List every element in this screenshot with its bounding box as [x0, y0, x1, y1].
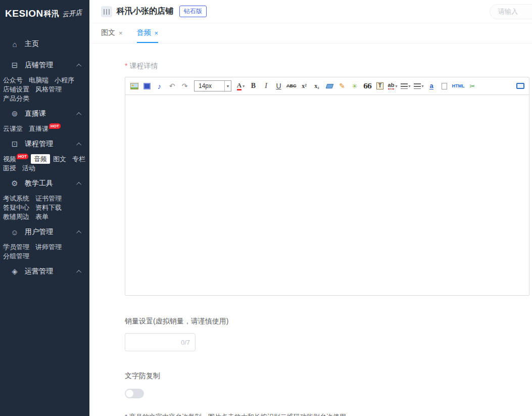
- required-mark: *: [125, 62, 127, 70]
- store-title: 科汛小张的店铺: [117, 6, 173, 17]
- sidebar-group-label: 运营管理: [25, 267, 78, 276]
- copy-protect-toggle[interactable]: [125, 389, 144, 398]
- home-icon: ⌂: [10, 40, 19, 49]
- sidebar-subitem-label: 视频: [3, 155, 16, 163]
- sidebar-subitem[interactable]: 资料下载: [32, 203, 65, 212]
- subscript-icon[interactable]: x₂: [311, 80, 323, 92]
- sidebar-group-label: 店铺管理: [25, 61, 78, 70]
- sales-input[interactable]: 0/7: [125, 333, 196, 351]
- sidebar-subitem[interactable]: 产品分类: [0, 94, 32, 103]
- teaching-tools-icon: ⚙: [10, 179, 19, 188]
- redo-icon[interactable]: ↷: [179, 80, 190, 92]
- sidebar-subitem-label: 表单: [35, 213, 49, 220]
- app-logo: KESION科汛 云开店: [0, 0, 89, 27]
- sidebar-subitem[interactable]: 教辅周边: [0, 212, 32, 221]
- course-icon: ⊡: [10, 140, 19, 149]
- course-detail-label: *课程详情: [125, 62, 532, 71]
- logo-text: KESION: [5, 8, 43, 19]
- sidebar-subitem-label: 公众号: [3, 76, 23, 84]
- shop-icon: ⊟: [10, 61, 19, 70]
- italic-icon[interactable]: I: [260, 80, 272, 92]
- sidebar-subitem-label: 资料下载: [35, 204, 62, 211]
- sidebar-group-live[interactable]: ⊚ 直播课: [0, 103, 89, 124]
- tab-close-icon[interactable]: ×: [155, 29, 159, 37]
- sidebar-subitem-label: 产品分类: [3, 95, 29, 102]
- sidebar-subitem[interactable]: 店铺设置: [0, 84, 32, 94]
- copy-protect-label: 文字防复制: [125, 372, 532, 381]
- blockquote-icon[interactable]: 66: [362, 80, 373, 92]
- superscript-icon[interactable]: x²: [299, 80, 310, 92]
- sidebar-group-users[interactable]: ☺ 用户管理: [0, 221, 89, 243]
- tab-graphic-text[interactable]: 图文×: [101, 28, 123, 43]
- sidebar-subitem[interactable]: 风格管理: [32, 84, 65, 94]
- sidebar-subitem[interactable]: 证书管理: [32, 194, 65, 203]
- sidebar-subitem[interactable]: 直播课HOT: [26, 124, 63, 133]
- sidebar-subitem[interactable]: 专栏: [69, 154, 88, 164]
- sidebar-subitem[interactable]: 活动: [19, 163, 38, 173]
- sidebar-subitem[interactable]: 小程序: [52, 75, 77, 85]
- font-color-icon[interactable]: A▾: [235, 80, 247, 92]
- bold-icon[interactable]: B: [248, 80, 259, 92]
- paste-text-icon[interactable]: T: [374, 80, 386, 92]
- sidebar-subitem[interactable]: 面授: [0, 163, 19, 173]
- insert-audio-icon[interactable]: ♪: [154, 80, 165, 92]
- sidebar-group-operations[interactable]: ◈ 运营管理: [0, 261, 89, 282]
- sidebar-group-course[interactable]: ⊡ 课程管理: [0, 133, 89, 155]
- sales-setting-label: 销量设置(虚拟销量，请谨慎使用): [125, 317, 532, 326]
- cut-icon[interactable]: ✂: [467, 80, 478, 92]
- sidebar-subitem-label: 分组管理: [3, 252, 29, 260]
- html-source-icon[interactable]: HTML: [451, 80, 466, 92]
- caret-down-icon: ▾: [422, 84, 424, 88]
- sidebar-subitem[interactable]: 云课堂: [0, 124, 26, 133]
- sidebar-subitem[interactable]: 分组管理: [0, 251, 32, 261]
- caret-down-icon: ▾: [409, 84, 411, 88]
- live-course-icon: ⊚: [10, 109, 19, 118]
- insert-video-icon[interactable]: [141, 80, 153, 92]
- font-size-value: 14px: [199, 82, 212, 89]
- emoticon-icon[interactable]: ✳: [349, 80, 361, 92]
- sidebar-subitem[interactable]: 图文: [50, 154, 69, 164]
- sidebar-subitem[interactable]: 考试系统: [0, 194, 32, 203]
- sidebar-subitem[interactable]: 表单: [32, 212, 52, 221]
- sidebar-group-shop[interactable]: ⊟ 店铺管理: [0, 55, 89, 76]
- sidebar-subitem[interactable]: 音频: [31, 154, 50, 164]
- format-brush-icon[interactable]: ✎: [336, 80, 348, 92]
- sidebar-subitem-label: 活动: [22, 164, 35, 172]
- tab-label: 音频: [137, 28, 151, 37]
- sidebar-group-label: 课程管理: [25, 140, 78, 149]
- font-size-select[interactable]: 14px ▾: [194, 80, 231, 91]
- sidebar-subitem[interactable]: 学员管理: [0, 242, 32, 252]
- sidebar-subitem-label: 电脑端: [29, 76, 49, 84]
- sidebar-subitem[interactable]: 公众号: [0, 75, 26, 85]
- sidebar-item-home[interactable]: ⌂ 主页: [0, 33, 89, 55]
- spellcheck-icon[interactable]: ab▾: [387, 80, 399, 92]
- fullscreen-icon[interactable]: [514, 80, 526, 92]
- sidebar-subitem-label: 讲师管理: [35, 243, 62, 251]
- editor-toolbar: ♪↶↷ 14px ▾ A▾BIUABCx²x₂✎✳66Tab▾▾▾aHTML✂: [125, 77, 529, 95]
- unordered-list-icon[interactable]: ▾: [413, 80, 425, 92]
- ordered-list-icon[interactable]: ▾: [400, 80, 412, 92]
- sidebar-subitem-label: 图文: [53, 155, 66, 163]
- sidebar-subitem-label: 风格管理: [35, 85, 62, 93]
- editor-body[interactable]: [125, 95, 529, 295]
- hot-badge: HOT: [17, 154, 28, 159]
- new-page-icon[interactable]: [439, 80, 450, 92]
- sidebar-subitem-label: 店铺设置: [3, 85, 29, 93]
- sidebar-subitem[interactable]: 答疑中心: [0, 203, 32, 212]
- eraser-icon[interactable]: [324, 80, 335, 92]
- anchor-icon[interactable]: a: [426, 80, 438, 92]
- undo-icon[interactable]: ↶: [166, 80, 178, 92]
- sidebar-subitem[interactable]: 电脑端: [26, 75, 52, 85]
- insert-image-icon[interactable]: [128, 80, 140, 92]
- sidebar-item-label: 主页: [25, 39, 81, 49]
- store-icon: [101, 6, 112, 17]
- strikethrough-icon[interactable]: ABC: [285, 80, 298, 92]
- tab-bar: 图文×音频×: [89, 23, 532, 43]
- underline-icon[interactable]: U: [273, 80, 284, 92]
- sidebar-group-tools[interactable]: ⚙ 教学工具: [0, 173, 89, 194]
- header-search-input[interactable]: 请输入: [490, 4, 532, 19]
- tab-close-icon[interactable]: ×: [119, 29, 123, 37]
- tab-audio[interactable]: 音频×: [137, 28, 159, 43]
- sidebar-subitem[interactable]: 讲师管理: [32, 242, 65, 252]
- sidebar-subitem[interactable]: 视频HOT: [0, 154, 31, 164]
